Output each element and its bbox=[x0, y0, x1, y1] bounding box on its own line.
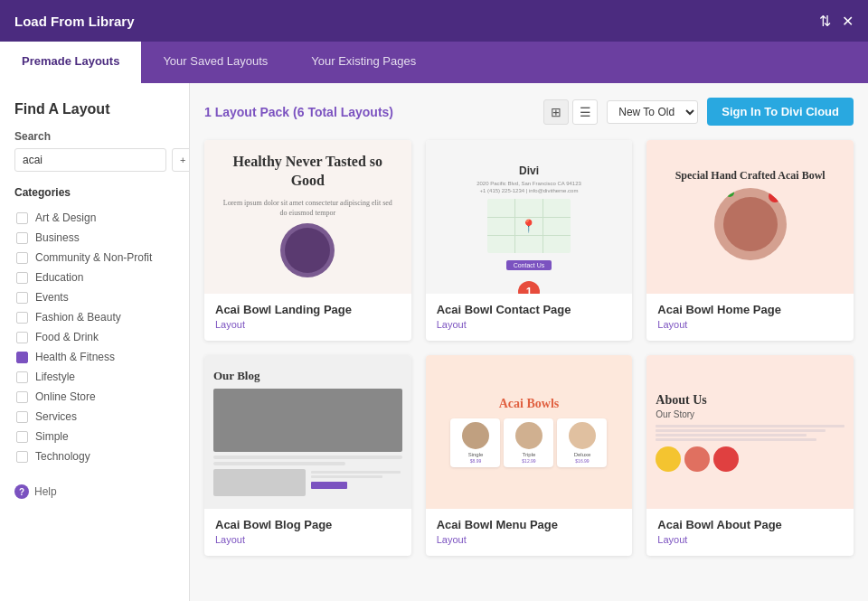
sign-in-button[interactable]: Sign In To Divi Cloud bbox=[707, 98, 854, 126]
dialog-title: Load From Library bbox=[14, 14, 135, 29]
card-blog[interactable]: Our Blog bbox=[204, 355, 411, 556]
card-type: Layout bbox=[437, 534, 622, 545]
help-label: Help bbox=[34, 485, 57, 498]
card-thumbnail: Special Hand Crafted Acai Bowl bbox=[646, 140, 854, 294]
category-checkbox bbox=[16, 332, 28, 343]
category-community[interactable]: Community & Non-Profit bbox=[14, 248, 175, 268]
view-icons: ⊞ ☰ bbox=[543, 99, 598, 125]
category-checkbox bbox=[16, 451, 28, 463]
category-education[interactable]: Education bbox=[14, 268, 175, 287]
card-home[interactable]: Special Hand Crafted Acai Bowl Acai Bowl… bbox=[646, 140, 854, 341]
card-name: Acai Bowl About Page bbox=[657, 518, 843, 531]
card-type: Layout bbox=[437, 319, 622, 330]
grid-view-icon[interactable]: ⊞ bbox=[543, 99, 569, 125]
card-thumbnail: Our Blog bbox=[204, 355, 411, 509]
tab-existing-pages[interactable]: Your Existing Pages bbox=[289, 42, 438, 83]
card-about[interactable]: About Us Our Story Acai Bo bbox=[646, 355, 854, 556]
sort-icon[interactable]: ⇅ bbox=[819, 13, 831, 30]
category-checkbox bbox=[16, 312, 28, 324]
content-area: 1 Layout Pack (6 Total Layouts) ⊞ ☰ New … bbox=[190, 83, 868, 601]
nav-tabs: Premade Layouts Your Saved Layouts Your … bbox=[0, 42, 868, 83]
card-thumbnail: Divi 2020 Pacific Blvd, San Francisco CA… bbox=[426, 140, 633, 294]
list-view-icon[interactable]: ☰ bbox=[572, 99, 598, 125]
categories-list: Art & Design Business Community & Non-Pr… bbox=[14, 208, 175, 466]
category-health[interactable]: Health & Fitness bbox=[14, 347, 175, 367]
card-info: Acai Bowl Menu Page Layout bbox=[426, 509, 633, 556]
card-info: Acai Bowl Contact Page Layout bbox=[426, 294, 633, 341]
card-type: Layout bbox=[215, 534, 401, 545]
card-info: Acai Bowl About Page Layout bbox=[646, 509, 854, 556]
card-name: Acai Bowl Landing Page bbox=[215, 303, 401, 316]
help-link[interactable]: ? Help bbox=[14, 484, 175, 499]
content-controls: ⊞ ☰ New To Old Old To New Sign In To Div… bbox=[543, 98, 854, 126]
card-type: Layout bbox=[215, 319, 401, 330]
category-checkbox bbox=[16, 252, 28, 264]
layout-count: 1 Layout Pack (6 Total Layouts) bbox=[204, 105, 393, 119]
category-lifestyle[interactable]: Lifestyle bbox=[14, 367, 175, 387]
cards-grid: Healthy Never Tasted so Good Lorem ipsum… bbox=[204, 140, 854, 556]
card-type: Layout bbox=[657, 319, 843, 330]
card-type: Layout bbox=[657, 534, 843, 545]
card-name: Acai Bowl Blog Page bbox=[215, 518, 401, 531]
sidebar-title: Find A Layout bbox=[14, 101, 175, 117]
main-layout: Find A Layout Search + Filter Categories… bbox=[0, 83, 868, 601]
card-menu[interactable]: Acai Bowls Single $8.99 Triple $12.99 bbox=[426, 355, 633, 556]
category-simple[interactable]: Simple bbox=[14, 427, 175, 446]
tab-premade-layouts[interactable]: Premade Layouts bbox=[0, 42, 141, 83]
card-contact[interactable]: Divi 2020 Pacific Blvd, San Francisco CA… bbox=[426, 140, 633, 341]
header-icons: ⇅ ✕ bbox=[819, 13, 854, 30]
category-checkbox bbox=[16, 431, 28, 443]
search-label: Search bbox=[14, 130, 175, 143]
card-name: Acai Bowl Menu Page bbox=[437, 518, 622, 531]
category-checkbox bbox=[16, 232, 28, 244]
card-landing[interactable]: Healthy Never Tasted so Good Lorem ipsum… bbox=[204, 140, 411, 341]
category-technology[interactable]: Technology bbox=[14, 446, 175, 466]
category-services[interactable]: Services bbox=[14, 407, 175, 427]
category-online-store[interactable]: Online Store bbox=[14, 387, 175, 407]
card-info: Acai Bowl Landing Page Layout bbox=[204, 294, 411, 341]
search-row: + Filter bbox=[14, 148, 175, 172]
search-input[interactable] bbox=[14, 148, 166, 172]
card-thumbnail: Acai Bowls Single $8.99 Triple $12.99 bbox=[426, 355, 633, 509]
category-business[interactable]: Business bbox=[14, 228, 175, 248]
category-checkbox bbox=[16, 292, 28, 304]
category-fashion[interactable]: Fashion & Beauty bbox=[14, 307, 175, 327]
tab-saved-layouts[interactable]: Your Saved Layouts bbox=[141, 42, 289, 83]
category-food[interactable]: Food & Drink bbox=[14, 327, 175, 347]
sidebar: Find A Layout Search + Filter Categories… bbox=[0, 83, 190, 601]
card-thumbnail: Healthy Never Tasted so Good Lorem ipsum… bbox=[204, 140, 411, 294]
card-info: Acai Bowl Home Page Layout bbox=[646, 294, 854, 341]
card-name: Acai Bowl Contact Page bbox=[437, 303, 622, 316]
category-checkbox bbox=[16, 272, 28, 284]
category-checkbox bbox=[16, 212, 28, 224]
close-icon[interactable]: ✕ bbox=[842, 13, 854, 30]
filter-button[interactable]: + Filter bbox=[172, 148, 190, 172]
card-thumbnail: About Us Our Story bbox=[646, 355, 854, 509]
card-info: Acai Bowl Blog Page Layout bbox=[204, 509, 411, 556]
map-placeholder: 📍 bbox=[487, 199, 571, 253]
content-header: 1 Layout Pack (6 Total Layouts) ⊞ ☰ New … bbox=[204, 98, 854, 126]
category-checkbox bbox=[16, 411, 28, 423]
category-art-design[interactable]: Art & Design bbox=[14, 208, 175, 228]
dialog-header: Load From Library ⇅ ✕ bbox=[0, 0, 868, 42]
badge: 1 bbox=[518, 281, 540, 294]
category-checkbox bbox=[16, 371, 28, 383]
sort-select[interactable]: New To Old Old To New bbox=[607, 100, 698, 124]
categories-title: Categories bbox=[14, 186, 175, 199]
category-checkbox-checked bbox=[16, 352, 28, 363]
card-name: Acai Bowl Home Page bbox=[657, 303, 843, 316]
help-icon: ? bbox=[14, 484, 29, 499]
category-checkbox bbox=[16, 391, 28, 403]
category-events[interactable]: Events bbox=[14, 287, 175, 307]
